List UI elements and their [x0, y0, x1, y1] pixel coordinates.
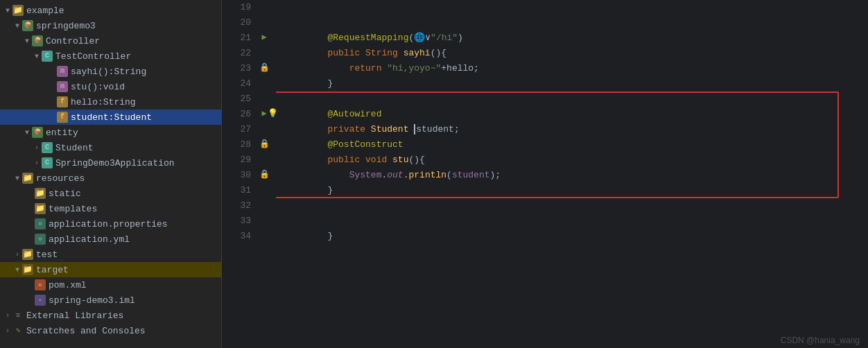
label-ext-libs: External Libraries	[26, 311, 123, 321]
tree-item-scratches[interactable]: › ✎ Scratches and Consoles	[0, 323, 221, 338]
tree-item-iml[interactable]: ✦ spring-demo3.iml	[0, 293, 221, 308]
label-springapp: SpringDemo3Application	[55, 158, 175, 168]
label-entity: entity	[46, 128, 78, 138]
code-content[interactable]: @RequestMapping(🌐∨"/hi") public String s…	[276, 0, 868, 348]
tree-item-app-props[interactable]: ⚙ application.properties	[0, 216, 221, 232]
field-icon-student: f	[57, 112, 68, 123]
tree-item-student[interactable]: f student:Student	[0, 110, 221, 125]
tree-item-templates[interactable]: 📁 templates	[0, 201, 221, 216]
yaml-icon-app-yml: ⚙	[35, 234, 46, 245]
class-icon-testcontroller: C	[42, 51, 53, 62]
xml-icon-pom: m	[35, 279, 46, 290]
ext-libs-icon: ≡	[12, 310, 24, 321]
arrow-resources: ▼	[12, 175, 22, 182]
editor-area: 19 20 21 22 23 24 25 26 27 28 29 30 31 3…	[222, 0, 868, 348]
gutter-lock-28: 🔒	[258, 137, 270, 150]
package-icon-springdemo3: 📦	[22, 20, 33, 31]
iml-icon: ✦	[35, 295, 46, 306]
arrow-entity: ▼	[22, 129, 32, 137]
arrow-student-class: ›	[32, 144, 42, 152]
label-iml: spring-demo3.iml	[49, 295, 135, 306]
code-line-31	[284, 183, 868, 198]
label-springdemo3: springdemo3	[36, 21, 96, 31]
gutter-lock-23: 🔒	[258, 61, 270, 73]
folder-icon-test: 📁	[22, 249, 33, 260]
tree-item-app-yml[interactable]: ⚙ application.yml	[0, 232, 221, 247]
folder-icon-templates: 📁	[35, 203, 46, 214]
code-line-34	[284, 229, 868, 244]
arrow-target: ▼	[12, 266, 22, 274]
label-testcontroller: TestController	[55, 51, 131, 62]
label-example: example	[26, 6, 64, 16]
code-line-33: }	[284, 214, 868, 229]
label-static: static	[49, 189, 81, 199]
label-controller: Controller	[46, 36, 100, 46]
folder-icon-example: 📁	[12, 5, 24, 16]
tree-item-sayhi[interactable]: m sayhi():String	[0, 64, 221, 79]
arrow-controller: ▼	[22, 37, 32, 45]
tree-item-test[interactable]: › 📁 test	[0, 247, 221, 262]
code-line-32	[284, 198, 868, 214]
arrow-scratches: ›	[3, 327, 12, 335]
code-editor[interactable]: 19 20 21 22 23 24 25 26 27 28 29 30 31 3…	[222, 0, 868, 348]
tree-item-pom[interactable]: m pom.xml	[0, 277, 221, 293]
tree-item-student-class[interactable]: › C Student	[0, 140, 221, 155]
tree-item-testcontroller[interactable]: ▼ C TestController	[0, 49, 221, 64]
arrow-springapp: ›	[32, 159, 42, 167]
tree-item-entity[interactable]: ▼ 📦 entity	[0, 125, 221, 140]
scratches-icon: ✎	[12, 325, 24, 336]
class-icon-springapp: C	[42, 157, 53, 168]
tree-item-stu[interactable]: m stu():void	[0, 79, 221, 94]
line-numbers: 19 20 21 22 23 24 25 26 27 28 29 30 31 3…	[222, 0, 257, 348]
package-icon-entity: 📦	[32, 127, 43, 138]
method-icon-stu: m	[57, 81, 68, 92]
code-line-24	[284, 76, 868, 92]
label-target: target	[36, 265, 69, 275]
tree-item-hello[interactable]: f hello:String	[0, 94, 221, 110]
code-line-19	[284, 0, 868, 15]
tree-item-target[interactable]: ▼ 📁 target	[0, 262, 221, 277]
arrow-springdemo3: ▼	[12, 22, 22, 30]
label-scratches: Scratches and Consoles	[26, 326, 146, 336]
label-resources: resources	[36, 173, 85, 184]
arrow-ext-libs: ›	[3, 312, 12, 320]
code-line-20: @RequestMapping(🌐∨"/hi")	[284, 15, 868, 31]
label-app-yml: application.yml	[49, 234, 130, 245]
label-hello: hello:String	[71, 97, 136, 107]
watermark: CSDN @hania_wang	[772, 333, 868, 348]
label-sayhi: sayhi():String	[71, 67, 146, 77]
label-stu: stu():void	[71, 82, 125, 92]
folder-icon-target: 📁	[22, 264, 33, 275]
tree-item-resources[interactable]: ▼ 📁 resources	[0, 171, 221, 186]
tree-item-ext-libs[interactable]: › ≡ External Libraries	[0, 308, 221, 323]
label-pom: pom.xml	[49, 280, 87, 290]
label-test: test	[36, 250, 58, 260]
gutter-run-21[interactable]: ▶	[258, 31, 270, 43]
label-app-props: application.properties	[49, 219, 168, 229]
folder-icon-resources: 📁	[22, 173, 33, 184]
gutter: ▶ 🔒 ▶ 💡 🔒 🔒	[257, 0, 276, 348]
arrow-test: ›	[12, 251, 22, 259]
field-icon-hello: f	[57, 96, 68, 107]
tree-item-controller[interactable]: ▼ 📦 Controller	[0, 33, 221, 49]
arrow-example: ▼	[3, 7, 12, 15]
label-student-class: Student	[55, 143, 94, 153]
label-student: student:Student	[71, 112, 152, 123]
class-icon-student: C	[42, 142, 53, 153]
tree-item-springapp[interactable]: › C SpringDemo3Application	[0, 155, 221, 171]
package-icon-controller: 📦	[32, 35, 43, 46]
arrow-testcontroller: ▼	[32, 53, 42, 60]
file-tree: ▼ 📁 example ▼ 📦 springdemo3 ▼ 📦 Controll…	[0, 0, 222, 348]
yaml-icon-app-props: ⚙	[35, 218, 46, 229]
folder-icon-static: 📁	[35, 188, 46, 199]
tree-item-example[interactable]: ▼ 📁 example	[0, 3, 221, 18]
gutter-lock-30: 🔒	[258, 168, 270, 180]
method-icon-sayhi: m	[57, 66, 68, 77]
code-line-25: @Autowired	[284, 92, 868, 107]
tree-item-springdemo3[interactable]: ▼ 📦 springdemo3	[0, 18, 221, 33]
label-templates: templates	[49, 204, 97, 214]
tree-item-static[interactable]: 📁 static	[0, 186, 221, 201]
